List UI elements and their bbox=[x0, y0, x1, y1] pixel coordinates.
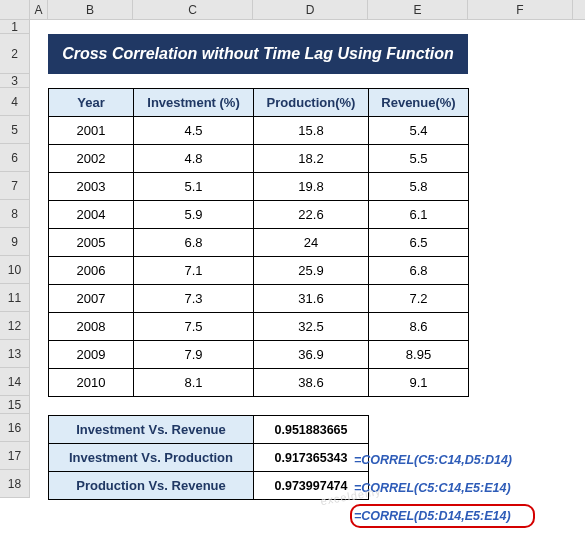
row-header-3[interactable]: 3 bbox=[0, 74, 30, 88]
row-header-15[interactable]: 15 bbox=[0, 396, 30, 414]
table-row: 20056.8246.5 bbox=[49, 229, 469, 257]
cell-year[interactable]: 2001 bbox=[49, 117, 134, 145]
table-row: 20097.936.98.95 bbox=[49, 341, 469, 369]
cell-inv[interactable]: 7.3 bbox=[134, 285, 254, 313]
row-headers: 1 2 3 4 5 6 7 8 9 10 11 12 13 14 15 16 1… bbox=[0, 20, 30, 498]
table-header-row: Year Investment (%) Production(%) Revenu… bbox=[49, 89, 469, 117]
cell-prod[interactable]: 22.6 bbox=[254, 201, 369, 229]
cell-prod[interactable]: 38.6 bbox=[254, 369, 369, 397]
header-year[interactable]: Year bbox=[49, 89, 134, 117]
row-header-14[interactable]: 14 bbox=[0, 368, 30, 396]
col-header-E[interactable]: E bbox=[368, 0, 468, 19]
formula-inv-prod[interactable]: =CORREL(C5:C14,E5:E14) bbox=[354, 474, 512, 502]
cell-rev[interactable]: 6.8 bbox=[369, 257, 469, 285]
col-header-gutter bbox=[0, 0, 30, 19]
cell-prod[interactable]: 31.6 bbox=[254, 285, 369, 313]
data-table: Year Investment (%) Production(%) Revenu… bbox=[48, 88, 469, 397]
cell-rev[interactable]: 8.95 bbox=[369, 341, 469, 369]
table-row: 20045.922.66.1 bbox=[49, 201, 469, 229]
cell-year[interactable]: 2003 bbox=[49, 173, 134, 201]
table-row: 20067.125.96.8 bbox=[49, 257, 469, 285]
table-row: 20014.515.85.4 bbox=[49, 117, 469, 145]
cell-rev[interactable]: 5.8 bbox=[369, 173, 469, 201]
row-header-11[interactable]: 11 bbox=[0, 284, 30, 312]
row-header-17[interactable]: 17 bbox=[0, 442, 30, 470]
cell-prod[interactable]: 19.8 bbox=[254, 173, 369, 201]
cell-rev[interactable]: 6.5 bbox=[369, 229, 469, 257]
row-header-16[interactable]: 16 bbox=[0, 414, 30, 442]
row-header-5[interactable]: 5 bbox=[0, 116, 30, 144]
cell-rev[interactable]: 8.6 bbox=[369, 313, 469, 341]
cell-inv[interactable]: 7.9 bbox=[134, 341, 254, 369]
spreadsheet: A B C D E F 1 2 3 4 5 6 7 8 9 10 11 12 1… bbox=[0, 0, 585, 546]
cell-inv[interactable]: 5.1 bbox=[134, 173, 254, 201]
col-header-F[interactable]: F bbox=[468, 0, 573, 19]
row-header-9[interactable]: 9 bbox=[0, 228, 30, 256]
header-investment[interactable]: Investment (%) bbox=[134, 89, 254, 117]
cell-year[interactable]: 2010 bbox=[49, 369, 134, 397]
col-header-B[interactable]: B bbox=[48, 0, 133, 19]
formula-inv-rev[interactable]: =CORREL(C5:C14,D5:D14) bbox=[354, 446, 512, 474]
corr-row: Investment Vs. Production0.917365343 bbox=[49, 444, 369, 472]
row-header-18[interactable]: 18 bbox=[0, 470, 30, 498]
col-header-C[interactable]: C bbox=[133, 0, 253, 19]
header-revenue[interactable]: Revenue(%) bbox=[369, 89, 469, 117]
row-header-13[interactable]: 13 bbox=[0, 340, 30, 368]
formula-prod-rev[interactable]: =CORREL(D5:D14,E5:E14) bbox=[354, 502, 512, 530]
cell-year[interactable]: 2007 bbox=[49, 285, 134, 313]
cell-year[interactable]: 2004 bbox=[49, 201, 134, 229]
row-header-8[interactable]: 8 bbox=[0, 200, 30, 228]
corr-value[interactable]: 0.973997474 bbox=[254, 472, 369, 500]
cell-inv[interactable]: 8.1 bbox=[134, 369, 254, 397]
cell-rev[interactable]: 7.2 bbox=[369, 285, 469, 313]
row-header-10[interactable]: 10 bbox=[0, 256, 30, 284]
cell-prod[interactable]: 15.8 bbox=[254, 117, 369, 145]
content-area: Cross Correlation without Time Lag Using… bbox=[30, 20, 469, 500]
cell-inv[interactable]: 6.8 bbox=[134, 229, 254, 257]
cell-prod[interactable]: 32.5 bbox=[254, 313, 369, 341]
corr-value[interactable]: 0.917365343 bbox=[254, 444, 369, 472]
row-header-2[interactable]: 2 bbox=[0, 34, 30, 74]
cell-prod[interactable]: 24 bbox=[254, 229, 369, 257]
cell-year[interactable]: 2009 bbox=[49, 341, 134, 369]
table-row: 20077.331.67.2 bbox=[49, 285, 469, 313]
cell-inv[interactable]: 5.9 bbox=[134, 201, 254, 229]
row-header-12[interactable]: 12 bbox=[0, 312, 30, 340]
col-header-D[interactable]: D bbox=[253, 0, 368, 19]
cell-inv[interactable]: 7.5 bbox=[134, 313, 254, 341]
table-row: 20024.818.25.5 bbox=[49, 145, 469, 173]
row-header-1[interactable]: 1 bbox=[0, 20, 30, 34]
row-header-7[interactable]: 7 bbox=[0, 172, 30, 200]
col-header-A[interactable]: A bbox=[30, 0, 48, 19]
cell-inv[interactable]: 4.8 bbox=[134, 145, 254, 173]
cell-year[interactable]: 2006 bbox=[49, 257, 134, 285]
table-row: 20087.532.58.6 bbox=[49, 313, 469, 341]
cell-rev[interactable]: 6.1 bbox=[369, 201, 469, 229]
cell-inv[interactable]: 4.5 bbox=[134, 117, 254, 145]
corr-row: Investment Vs. Revenue0.951883665 bbox=[49, 416, 369, 444]
corr-value[interactable]: 0.951883665 bbox=[254, 416, 369, 444]
cell-rev[interactable]: 9.1 bbox=[369, 369, 469, 397]
correlation-table: Investment Vs. Revenue0.951883665Investm… bbox=[48, 415, 369, 500]
page-title: Cross Correlation without Time Lag Using… bbox=[48, 34, 468, 74]
cell-year[interactable]: 2005 bbox=[49, 229, 134, 257]
row-header-4[interactable]: 4 bbox=[0, 88, 30, 116]
cell-year[interactable]: 2008 bbox=[49, 313, 134, 341]
formula-column: =CORREL(C5:C14,D5:D14) =CORREL(C5:C14,E5… bbox=[354, 446, 512, 530]
cell-inv[interactable]: 7.1 bbox=[134, 257, 254, 285]
header-production[interactable]: Production(%) bbox=[254, 89, 369, 117]
cell-year[interactable]: 2002 bbox=[49, 145, 134, 173]
cell-prod[interactable]: 36.9 bbox=[254, 341, 369, 369]
table-row: 20108.138.69.1 bbox=[49, 369, 469, 397]
corr-label[interactable]: Investment Vs. Production bbox=[49, 444, 254, 472]
row-header-6[interactable]: 6 bbox=[0, 144, 30, 172]
cell-prod[interactable]: 18.2 bbox=[254, 145, 369, 173]
table-row: 20035.119.85.8 bbox=[49, 173, 469, 201]
cell-rev[interactable]: 5.4 bbox=[369, 117, 469, 145]
column-headers: A B C D E F bbox=[0, 0, 585, 20]
cell-prod[interactable]: 25.9 bbox=[254, 257, 369, 285]
corr-label[interactable]: Production Vs. Revenue bbox=[49, 472, 254, 500]
corr-label[interactable]: Investment Vs. Revenue bbox=[49, 416, 254, 444]
cell-rev[interactable]: 5.5 bbox=[369, 145, 469, 173]
corr-row: Production Vs. Revenue0.973997474 bbox=[49, 472, 369, 500]
